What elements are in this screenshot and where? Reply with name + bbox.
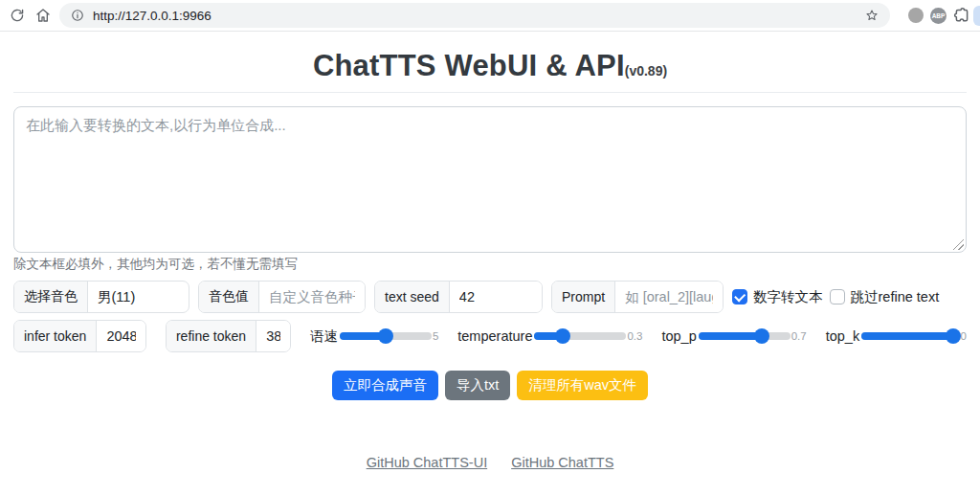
checkbox-skip-refine-box[interactable] [830, 289, 845, 304]
extensions-puzzle-icon[interactable] [953, 7, 970, 24]
action-buttons: 立即合成声音 导入txt 清理所有wav文件 [13, 371, 967, 400]
clean-wav-button[interactable]: 清理所有wav文件 [517, 371, 648, 400]
top-p-slider-track[interactable] [699, 332, 791, 340]
page-header: ChatTTS WebUI & API(v0.89) [13, 32, 967, 92]
top-k-slider-track[interactable] [861, 332, 953, 340]
form-hint-text: 除文本框必填外，其他均为可选，若不懂无需填写 [13, 256, 967, 273]
prompt-group: Prompt [551, 281, 724, 313]
voice-select-group: 选择音色 男(11) [13, 281, 189, 313]
github-chattts-ui-link[interactable]: GitHub ChatTTS-UI [367, 455, 488, 470]
checkbox-digit-to-text-box[interactable] [732, 289, 747, 304]
synthesize-button[interactable]: 立即合成声音 [332, 371, 438, 400]
top-p-slider-value: 0.7 [791, 330, 807, 342]
home-icon[interactable] [33, 6, 53, 25]
text-seed-label: text seed [375, 282, 450, 312]
footer-links: GitHub ChatTTS-UI GitHub ChatTTS [13, 455, 967, 470]
version-label: (v0.89) [625, 63, 667, 79]
text-seed-group: text seed [374, 281, 543, 313]
page-title: ChatTTS WebUI & API [313, 49, 625, 82]
main-content: ChatTTS WebUI & API(v0.89) 除文本框必填外，其他均为可… [0, 32, 980, 470]
options-row-2: infer token refine token 语速 5 temperatur… [13, 320, 967, 352]
temperature-slider-value: 0.3 [627, 330, 642, 342]
header-divider [13, 92, 967, 93]
speed-slider-track[interactable] [340, 332, 432, 340]
voice-seed-label: 音色值 [199, 282, 259, 312]
extension-avatar-icon[interactable] [908, 8, 924, 23]
prompt-input[interactable] [615, 282, 723, 312]
temperature-slider-track[interactable] [534, 332, 626, 340]
infer-token-input[interactable] [97, 321, 145, 351]
top-k-slider: top_k 20 [826, 328, 967, 344]
github-chattts-link[interactable]: GitHub ChatTTS [511, 455, 613, 470]
voice-select[interactable]: 男(11) [88, 282, 189, 312]
top-k-slider-thumb[interactable] [946, 328, 961, 344]
infer-token-group: infer token [13, 320, 146, 352]
refine-token-input[interactable] [256, 321, 290, 351]
speed-slider: 语速 5 [310, 327, 438, 346]
options-row-1: 选择音色 男(11) 音色值 text seed Prompt 数字转文本 跳过… [13, 281, 967, 313]
checkbox-digit-to-text[interactable]: 数字转文本 [732, 288, 823, 306]
refine-token-label: refine token [167, 321, 256, 351]
browser-toolbar: http://127.0.0.1:9966 ABP [0, 0, 980, 32]
temperature-slider: temperature 0.3 [457, 328, 642, 344]
temperature-slider-thumb[interactable] [555, 328, 570, 344]
reload-icon[interactable] [8, 6, 27, 25]
import-txt-button[interactable]: 导入txt [445, 371, 510, 400]
text-input-area[interactable] [13, 106, 967, 253]
checkbox-skip-refine-label: 跳过refine text [851, 288, 940, 306]
text-seed-input[interactable] [450, 282, 542, 312]
refine-token-group: refine token [166, 320, 291, 352]
site-info-icon[interactable] [71, 9, 84, 22]
speed-slider-thumb[interactable] [378, 328, 393, 344]
url-text[interactable]: http://127.0.0.1:9966 [93, 9, 857, 23]
top-k-slider-label: top_k [826, 328, 859, 344]
voice-seed-input[interactable] [259, 282, 365, 312]
speed-slider-value: 5 [433, 330, 438, 342]
address-bar[interactable]: http://127.0.0.1:9966 [59, 3, 890, 28]
infer-token-label: infer token [14, 321, 97, 351]
voice-seed-group: 音色值 [198, 281, 366, 313]
checkbox-digit-to-text-label: 数字转文本 [753, 288, 823, 306]
adblock-icon[interactable]: ABP [930, 8, 947, 24]
temperature-slider-label: temperature [457, 328, 532, 344]
top-p-slider-label: top_p [661, 328, 696, 344]
voice-select-label: 选择音色 [14, 282, 88, 312]
prompt-label: Prompt [552, 282, 615, 312]
top-p-slider: top_p 0.7 [661, 328, 806, 344]
profile-chip-partial[interactable] [973, 6, 980, 26]
top-p-slider-thumb[interactable] [754, 328, 769, 344]
checkbox-skip-refine[interactable]: 跳过refine text [830, 288, 940, 306]
speed-slider-label: 语速 [310, 327, 338, 346]
bookmark-star-icon[interactable] [865, 9, 879, 22]
